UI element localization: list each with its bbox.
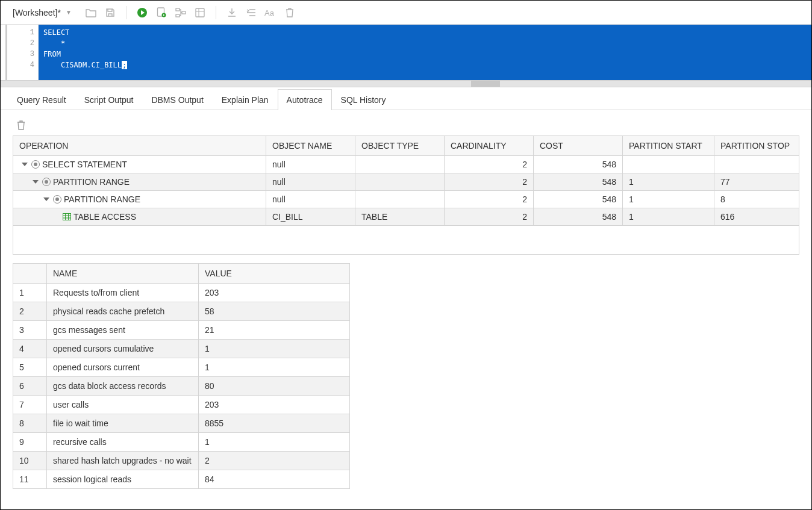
tab-script-output[interactable]: Script Output (75, 89, 143, 110)
cell-stat-name: opened cursors cumulative (47, 340, 199, 358)
stats-row[interactable]: 11session logical reads84 (13, 470, 350, 489)
cell-stat-name: session logical reads (47, 470, 199, 489)
autotrace-button[interactable] (192, 4, 208, 21)
autotrace-panel: OPERATION OBJECT NAME OBJECT TYPE CARDIN… (1, 110, 811, 489)
collapse-arrow-icon[interactable] (43, 197, 49, 201)
cell-object-type (355, 156, 445, 173)
worksheet-dropdown-icon[interactable]: ▼ (66, 9, 72, 16)
tab-dbms-output[interactable]: DBMS Output (142, 89, 212, 110)
col-partition-start[interactable]: PARTITION START (623, 136, 714, 156)
collapse-arrow-icon[interactable] (22, 163, 28, 166)
svg-rect-5 (176, 14, 180, 17)
col-partition-stop[interactable]: PARTITION STOP (714, 136, 799, 156)
collapse-arrow-icon[interactable] (33, 180, 39, 184)
cell-object-type (355, 173, 445, 191)
col-name[interactable]: NAME (47, 264, 199, 284)
run-button[interactable] (134, 4, 151, 21)
tab-explain-plan[interactable]: Explain Plan (213, 89, 278, 110)
cell-stat-name: shared hash latch upgrades - no wait (47, 452, 199, 470)
operation-label: PARTITION RANGE (64, 194, 140, 204)
trash-button[interactable] (281, 4, 298, 21)
tab-sql-history[interactable]: SQL History (332, 89, 395, 110)
plan-table: OPERATION OBJECT NAME OBJECT TYPE CARDIN… (13, 135, 799, 226)
cell-stat-value: 2 (199, 452, 350, 470)
editor-code[interactable]: SELECT * FROM CISADM.CI_BILL; (39, 25, 811, 80)
cell-stat-value: 84 (199, 470, 350, 489)
cell-object-name: null (266, 173, 355, 191)
cell-stat-name: user calls (47, 396, 199, 414)
cell-partition-start: 1 (623, 173, 714, 191)
toolbar-separator (126, 6, 126, 19)
clear-trash-button[interactable] (13, 117, 30, 134)
plan-row[interactable]: SELECT STATEMENTnull2548 (13, 156, 799, 173)
cell-partition-start (623, 156, 714, 173)
splitter-handle[interactable] (471, 81, 500, 87)
col-operation[interactable]: OPERATION (13, 136, 266, 156)
operation-label: SELECT STATEMENT (42, 160, 127, 169)
cell-stat-name: recursive calls (47, 433, 199, 452)
stats-row[interactable]: 2physical reads cache prefetch58 (13, 302, 350, 321)
col-object-name[interactable]: OBJECT NAME (266, 136, 355, 156)
col-value[interactable]: VALUE (199, 264, 350, 284)
cell-stat-value: 58 (199, 302, 350, 321)
cell-partition-start: 1 (623, 191, 714, 208)
cell-rownum: 10 (13, 452, 47, 470)
plan-header-row: OPERATION OBJECT NAME OBJECT TYPE CARDIN… (13, 136, 799, 156)
worksheet-title[interactable]: [Worksheet]* (13, 8, 61, 17)
cell-object-type: TABLE (355, 208, 445, 226)
plan-row[interactable]: PARTITION RANGEnull2548177 (13, 173, 799, 191)
stats-row[interactable]: 3gcs messages sent21 (13, 321, 350, 340)
download-button[interactable] (223, 4, 240, 21)
stats-row[interactable]: 4opened cursors cumulative1 (13, 340, 350, 358)
splitter[interactable] (1, 80, 811, 87)
stats-row[interactable]: 9recursive calls1 (13, 433, 350, 452)
cell-rownum: 7 (13, 396, 47, 414)
open-folder-button[interactable] (83, 4, 99, 21)
cell-cost: 548 (534, 156, 623, 173)
cell-object-type (355, 191, 445, 208)
cell-stat-value: 1 (199, 340, 350, 358)
cell-cost: 548 (534, 191, 623, 208)
toolbar-separator (216, 6, 216, 19)
stats-table: NAME VALUE 1Requests to/from client2032p… (13, 263, 350, 489)
stats-row[interactable]: 5opened cursors current1 (13, 358, 350, 377)
svg-rect-4 (182, 11, 186, 14)
cell-partition-stop: 8 (714, 191, 799, 208)
cell-partition-start: 1 (623, 208, 714, 226)
col-cost[interactable]: COST (534, 136, 623, 156)
cell-partition-stop (714, 156, 799, 173)
cell-rownum: 11 (13, 470, 47, 489)
plan-row[interactable]: PARTITION RANGEnull254818 (13, 191, 799, 208)
col-object-type[interactable]: OBJECT TYPE (355, 136, 445, 156)
tab-query-result[interactable]: Query Result (8, 89, 75, 110)
cell-partition-stop: 616 (714, 208, 799, 226)
format-button[interactable] (243, 4, 260, 21)
stats-row[interactable]: 1Requests to/from client203 (13, 284, 350, 302)
cell-stat-name: opened cursors current (47, 358, 199, 377)
stats-row[interactable]: 6gcs data block access records80 (13, 377, 350, 396)
cell-stat-value: 80 (199, 377, 350, 396)
plan-row[interactable]: TABLE ACCESSCI_BILLTABLE25481616 (13, 208, 799, 226)
editor-gutter: 1 2 3 4 (7, 25, 39, 80)
cell-stat-name: gcs data block access records (47, 377, 199, 396)
gutter-line: 3 (7, 49, 34, 60)
stats-row[interactable]: 7user calls203 (13, 396, 350, 414)
svg-rect-3 (176, 8, 180, 11)
cell-cost: 548 (534, 208, 623, 226)
save-button[interactable] (102, 4, 119, 21)
panel-toolbar (13, 115, 799, 135)
tab-autotrace[interactable]: Autotrace (278, 89, 332, 110)
svg-rect-6 (196, 8, 204, 17)
plan-table-footer (13, 226, 799, 255)
run-script-button[interactable] (153, 4, 170, 21)
stats-row[interactable]: 8file io wait time8855 (13, 414, 350, 433)
cell-stat-value: 1 (199, 433, 350, 452)
sql-editor[interactable]: 1 2 3 4 SELECT * FROM CISADM.CI_BILL; (5, 25, 811, 80)
stats-row[interactable]: 10shared hash latch upgrades - no wait2 (13, 452, 350, 470)
explain-plan-button[interactable] (172, 4, 189, 21)
toolbar: [Worksheet]* ▼ Aa (1, 1, 811, 25)
cell-stat-value: 21 (199, 321, 350, 340)
case-button[interactable]: Aa (262, 4, 279, 21)
col-cardinality[interactable]: CARDINALITY (445, 136, 534, 156)
operation-label: TABLE ACCESS (73, 212, 136, 222)
